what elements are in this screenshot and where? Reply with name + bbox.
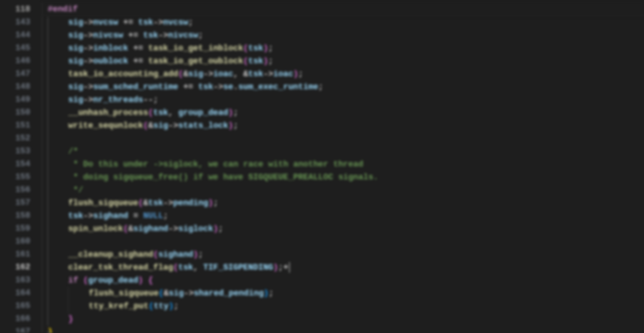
code-line[interactable]: task_io_accounting_add(&sig->ioac, &tsk-… (48, 68, 644, 81)
token-op: & (243, 69, 248, 79)
token-op: -- (143, 95, 153, 105)
token-op: -> (83, 57, 93, 66)
token-func: flush_sigqueue (68, 198, 138, 208)
token-punc: ; (188, 18, 193, 27)
code-line[interactable]: * Do this under ->siglock, we can race w… (48, 158, 644, 171)
token-punc: ; (218, 224, 223, 234)
token-bracket2: ) (208, 198, 213, 208)
code-line[interactable]: spin_unlock(&sighand->siglock); (48, 223, 644, 236)
token-op: & (164, 289, 169, 298)
token-var: tsk (248, 69, 263, 79)
code-line[interactable]: /* (48, 145, 644, 158)
token-op: -> (184, 289, 194, 298)
token-func: task_io_get_inblock (148, 44, 243, 53)
token-op: -> (83, 18, 93, 27)
line-number: 146 (0, 55, 30, 68)
token-func: __cleanup_sighand (68, 250, 153, 259)
code-line[interactable] (48, 236, 644, 248)
token-op: & (128, 224, 133, 234)
token-op: -> (213, 82, 223, 92)
token-var: sighand (158, 250, 193, 259)
code-line[interactable]: sig->inblock += task_io_get_inblock(tsk)… (48, 42, 644, 55)
line-number: 147 (0, 68, 30, 80)
line-number: 145 (0, 42, 30, 55)
token-var: tsk (68, 211, 83, 221)
token-bracket2: ( (243, 44, 248, 53)
token-var: sig (68, 95, 83, 105)
token-punc: ; (269, 289, 274, 298)
token-bracket3: ) (169, 302, 174, 311)
code-line[interactable]: sig->nivcsw += tsk->nivcsw; (48, 29, 644, 42)
code-line[interactable]: clear_tsk_thread_flag(tsk, TIF_SIGPENDIN… (48, 261, 644, 274)
code-line[interactable]: tty_kref_put(tty); (48, 300, 644, 313)
code-line[interactable]: flush_sigqueue(&tsk->pending); (48, 197, 644, 210)
token-punc: ; (213, 198, 218, 208)
token-punc (143, 276, 148, 285)
code-line[interactable]: tsk->sighand = NULL; (48, 210, 644, 223)
code-line[interactable]: __unhash_process(tsk, group_dead); (48, 107, 644, 119)
token-punc: ; (268, 57, 273, 66)
token-bracket2: ( (143, 121, 148, 130)
token-punc: ; (233, 121, 238, 130)
token-var: sig (68, 18, 83, 27)
token-var: sig (68, 31, 83, 40)
code-line[interactable] (48, 132, 644, 145)
token-bracket3: ) (264, 289, 269, 298)
token-bracket2: ( (138, 198, 143, 208)
line-number: 162 (0, 261, 30, 274)
code-line[interactable]: } (48, 313, 644, 326)
token-var: nivcsw (168, 31, 198, 40)
token-op: -> (83, 31, 93, 40)
token-punc: ; (268, 44, 273, 53)
code-line[interactable]: sig->nvcsw += tsk->nvcsw; (48, 16, 644, 29)
line-number: 154 (0, 158, 30, 171)
token-var: se (223, 82, 233, 92)
token-var: sig (68, 57, 83, 66)
code-line[interactable]: if (group_dead) { (48, 274, 644, 287)
line-number: 166 (0, 313, 30, 325)
token-var: sig (68, 82, 83, 92)
code-editor[interactable]: 118 143144145146147148149150151152153154… (0, 0, 644, 333)
token-bracket2: ) (213, 224, 218, 234)
sticky-scroll-header[interactable]: #endif (42, 3, 644, 16)
code-line[interactable]: __cleanup_sighand(sighand); (48, 248, 644, 261)
code-line[interactable]: sig->oublock += task_io_get_oublock(tsk)… (48, 55, 644, 68)
token-bracket2: ) (193, 250, 198, 259)
token-op: -> (168, 224, 178, 234)
code-line[interactable]: flush_sigqueue(&sig->shared_pending); (48, 287, 644, 300)
token-punc: , (233, 69, 243, 79)
code-line[interactable]: */ (48, 184, 644, 197)
line-number: 163 (0, 274, 30, 287)
token-var: tsk (248, 57, 263, 66)
line-number: 148 (0, 80, 30, 93)
code-line[interactable]: sig->sum_sched_runtime += tsk->se.sum_ex… (48, 81, 644, 94)
token-punc: ; (163, 211, 168, 221)
token-bracket3: ( (159, 289, 164, 298)
token-op: += (128, 44, 148, 53)
code-line[interactable]: }⌄ (48, 326, 644, 333)
token-var: group_dead (178, 108, 228, 118)
fold-chevron-icon[interactable]: ⌄ (47, 325, 51, 333)
line-gutter: 118 143144145146147148149150151152153154… (0, 3, 42, 333)
token-punc: ; (298, 69, 303, 79)
token-var: tsk (143, 31, 158, 40)
token-var: sig (68, 44, 83, 53)
token-op: -> (158, 31, 168, 40)
token-var: ioac (213, 69, 233, 79)
token-op: -> (203, 69, 213, 79)
token-var: sig (153, 121, 168, 130)
token-op: -> (83, 95, 93, 105)
code-line[interactable]: * doing sigqueue_free() if we have SIGQU… (48, 171, 644, 184)
token-op: += (123, 31, 143, 40)
line-number: 167 (0, 325, 30, 333)
code-area[interactable]: #endif sig->nvcsw += tsk->nvcsw;sig->niv… (42, 3, 644, 333)
token-op: += (118, 18, 138, 27)
line-number: 159 (0, 222, 30, 235)
token-op: -> (83, 82, 93, 92)
code-line[interactable]: sig->nr_threads--; (48, 94, 644, 107)
token-func: spin_unlock (68, 224, 123, 234)
token-func: flush_sigqueue (89, 289, 159, 298)
token-bracket2: ( (178, 69, 183, 79)
code-line[interactable]: write_sequnlock(&sig->stats_lock); (48, 119, 644, 132)
token-var: sum_sched_runtime (93, 82, 178, 92)
